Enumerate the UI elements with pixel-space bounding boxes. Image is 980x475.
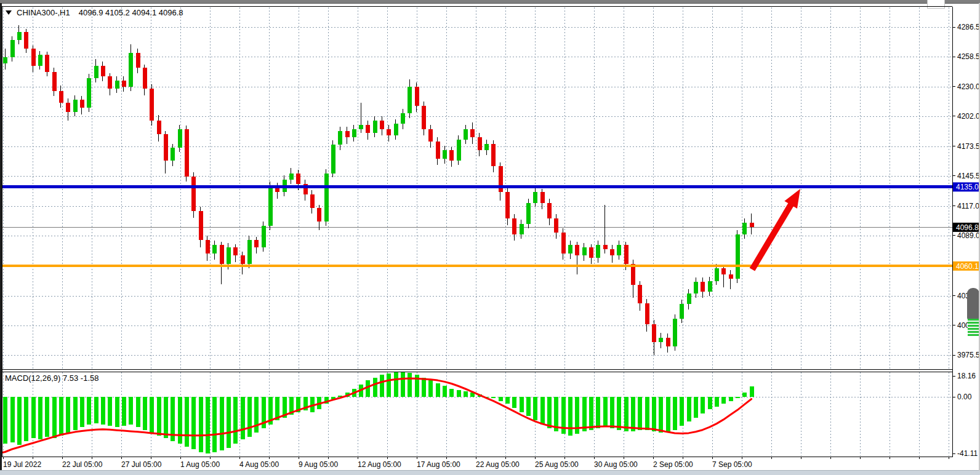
svg-text:4 Aug 05:00: 4 Aug 05:00 — [239, 460, 279, 469]
svg-text:1 Aug 05:00: 1 Aug 05:00 — [180, 460, 220, 469]
svg-text:30 Aug 05:00: 30 Aug 05:00 — [594, 460, 638, 469]
candlestick-chart-canvas[interactable]: 4286.54258.54230.04202.04173.54145.54117… — [0, 0, 980, 475]
candles-layer — [0, 25, 754, 354]
svg-text:2 Sep 05:00: 2 Sep 05:00 — [653, 460, 693, 469]
window-frame-left — [0, 3, 2, 471]
window-frame-bottom — [0, 470, 980, 475]
svg-text:4089.0: 4089.0 — [957, 231, 980, 240]
symbol-dropdown-icon[interactable] — [6, 10, 12, 15]
svg-text:7 Sep 05:00: 7 Sep 05:00 — [712, 460, 752, 469]
current-price-tag: 4096.8 — [953, 223, 980, 232]
svg-text:27 Jul 05:00: 27 Jul 05:00 — [121, 460, 162, 469]
symbol-timeframe-label: CHINA300-,H1 — [17, 8, 70, 17]
svg-text:17 Aug 05:00: 17 Aug 05:00 — [417, 460, 460, 469]
ohlc-readout: 4096.9 4105.2 4094.1 4096.8 — [79, 8, 183, 17]
svg-text:25 Aug 05:00: 25 Aug 05:00 — [535, 460, 579, 469]
svg-text:22 Aug 05:00: 22 Aug 05:00 — [476, 460, 520, 469]
support-price-tag: 4060.1 — [953, 261, 980, 271]
scrollbar-artifact[interactable] — [967, 288, 979, 336]
svg-text:4173.5: 4173.5 — [957, 142, 980, 151]
svg-text:4096.8: 4096.8 — [956, 223, 979, 232]
svg-text:4135.0: 4135.0 — [956, 183, 979, 191]
svg-text:3975.5: 3975.5 — [957, 351, 980, 359]
chart-header: CHINA300-,H1 4096.9 4105.2 4094.1 4096.8 — [6, 7, 183, 18]
macd-indicator-label: MACD(12,26,9) 7.53 -1.58 — [5, 373, 98, 383]
svg-text:12 Aug 05:00: 12 Aug 05:00 — [358, 460, 401, 469]
scrollbar-thumb[interactable] — [967, 288, 979, 320]
svg-text:4060.1: 4060.1 — [956, 262, 979, 271]
scrollbar-stripes — [968, 319, 979, 336]
svg-text:4230.0: 4230.0 — [957, 82, 980, 91]
svg-text:4258.5: 4258.5 — [957, 52, 980, 61]
svg-text:4286.5: 4286.5 — [957, 23, 980, 31]
time-axis: 19 Jul 202222 Jul 05:0027 Jul 05:001 Aug… — [3, 457, 949, 469]
svg-text:9 Aug 05:00: 9 Aug 05:00 — [299, 460, 338, 469]
macd-axis: 18.160.00-41.11 — [952, 372, 978, 458]
svg-text:-41.11: -41.11 — [957, 449, 978, 458]
svg-text:4117.0: 4117.0 — [957, 202, 979, 210]
svg-text:0.00: 0.00 — [957, 393, 972, 401]
svg-text:4145.5: 4145.5 — [957, 172, 980, 180]
svg-text:18.16: 18.16 — [957, 372, 976, 380]
svg-text:4202.0: 4202.0 — [957, 112, 980, 121]
svg-text:22 Jul 05:00: 22 Jul 05:00 — [62, 460, 103, 469]
trend-arrow-annotation[interactable] — [752, 189, 800, 269]
mt4-chart-window: 4286.54258.54230.04202.04173.54145.54117… — [0, 0, 980, 475]
resistance-price-tag: 4135.0 — [953, 182, 980, 191]
svg-text:19 Jul 2022: 19 Jul 2022 — [3, 460, 41, 469]
